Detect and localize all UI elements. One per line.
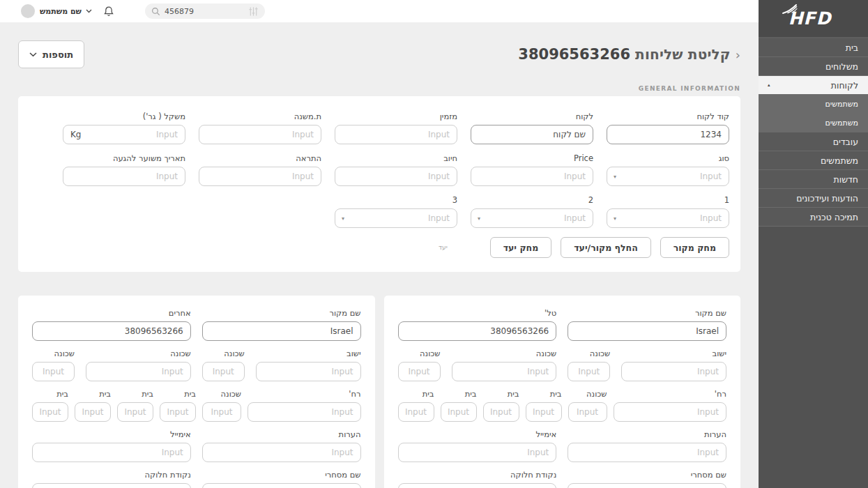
shipment-number: 38096563266 bbox=[518, 46, 630, 63]
sub-file-input[interactable] bbox=[199, 125, 321, 144]
field-label: הערות bbox=[202, 429, 361, 439]
field-label: שם מקור bbox=[202, 308, 361, 318]
phone-input[interactable] bbox=[398, 321, 557, 341]
search-input[interactable] bbox=[165, 7, 244, 16]
notes-input[interactable] bbox=[202, 443, 361, 462]
commercial-name-input[interactable] bbox=[568, 483, 726, 488]
alert-field: התראה bbox=[199, 153, 321, 186]
field-label: נקודת חלוקה bbox=[398, 470, 557, 480]
others-input[interactable] bbox=[32, 321, 191, 341]
swap-source-dest-button[interactable]: החלף מקור/יעד bbox=[561, 237, 651, 258]
price-input[interactable] bbox=[471, 167, 593, 186]
distribution-point-field: נקודת חלוקה bbox=[398, 470, 557, 488]
customer-input[interactable] bbox=[471, 125, 593, 144]
neighborhood-input[interactable] bbox=[202, 402, 241, 422]
type-select[interactable] bbox=[607, 167, 729, 186]
page-title: › קליטת שליחות 38096563266 bbox=[518, 46, 740, 63]
field-label: רח' bbox=[248, 389, 361, 399]
breadcrumb-chevron-icon[interactable]: › bbox=[736, 47, 740, 62]
estimated-arrival-field: תאריך משוער להגעה bbox=[63, 153, 185, 186]
search-icon bbox=[151, 7, 160, 16]
field-label: שם מסחרי bbox=[568, 470, 726, 480]
weight-input[interactable] bbox=[63, 125, 185, 144]
source-name-input[interactable] bbox=[568, 321, 726, 341]
field-label: שם מסחרי bbox=[202, 470, 361, 480]
hfd-logo[interactable]: HFD bbox=[759, 0, 868, 38]
neighborhood-input[interactable] bbox=[568, 362, 610, 381]
house-input[interactable] bbox=[117, 402, 153, 422]
additions-button[interactable]: תוספות bbox=[18, 40, 84, 68]
phone-field: טל' bbox=[398, 308, 557, 341]
sidebar-item-news[interactable]: חדשות bbox=[759, 170, 868, 189]
distribution-point-input[interactable] bbox=[398, 483, 557, 488]
field-label: סוג bbox=[607, 153, 729, 163]
sidebar-item-home[interactable]: בית bbox=[759, 38, 868, 57]
delete-dest-button[interactable]: מחק יעד bbox=[490, 237, 552, 258]
option-3-select[interactable] bbox=[335, 208, 457, 228]
filter-sliders-icon[interactable] bbox=[248, 6, 259, 17]
email-field: אימייל bbox=[32, 429, 191, 462]
commercial-name-input[interactable] bbox=[202, 483, 361, 488]
neighborhood-input[interactable] bbox=[452, 362, 557, 381]
house-input[interactable] bbox=[32, 402, 68, 422]
field-label: משקל ( גר') bbox=[63, 112, 185, 121]
option-1-select[interactable] bbox=[607, 208, 729, 228]
charge-input[interactable] bbox=[335, 167, 457, 186]
email-input[interactable] bbox=[32, 443, 191, 462]
weight-field: משקל ( גר') Kg bbox=[63, 112, 185, 144]
field-label: שכונה bbox=[568, 389, 607, 399]
delete-source-button[interactable]: מחק מקור bbox=[660, 237, 729, 258]
customer-code-input[interactable] bbox=[607, 125, 729, 144]
option-2-select[interactable] bbox=[471, 208, 593, 228]
option-1-field: 1 ▾ bbox=[607, 195, 729, 228]
neighborhood-input[interactable] bbox=[568, 402, 607, 422]
neighborhood-field: שכונה bbox=[452, 349, 557, 381]
street-input[interactable] bbox=[614, 402, 727, 422]
house-input[interactable] bbox=[441, 402, 477, 422]
sidebar-item-tech-support[interactable]: תמיכה טכנית bbox=[759, 208, 868, 227]
avatar[interactable] bbox=[21, 4, 35, 18]
email-input[interactable] bbox=[398, 443, 557, 462]
sidebar-item-employees[interactable]: עובדים bbox=[759, 132, 868, 151]
field-label: טל' bbox=[398, 308, 557, 318]
source-name-input[interactable] bbox=[202, 321, 361, 341]
neighborhood-input[interactable] bbox=[32, 362, 75, 381]
city-field: ישוב bbox=[621, 349, 726, 381]
house-field: בית bbox=[32, 389, 68, 422]
city-input[interactable] bbox=[256, 362, 361, 381]
user-menu[interactable]: שם משתמש bbox=[40, 7, 92, 16]
house-field: בית bbox=[483, 389, 519, 422]
house-input[interactable] bbox=[160, 402, 196, 422]
neighborhood-input[interactable] bbox=[86, 362, 191, 381]
house-input[interactable] bbox=[526, 402, 562, 422]
orderer-field: מזמין bbox=[335, 112, 457, 144]
house-input[interactable] bbox=[483, 402, 519, 422]
option-3-field: 3 ▾ bbox=[335, 195, 457, 228]
sidebar-subitem-users-1[interactable]: משתמשים bbox=[759, 95, 868, 114]
field-label: התראה bbox=[199, 153, 321, 163]
field-label: נקודת חלוקה bbox=[32, 470, 191, 480]
distribution-point-input[interactable] bbox=[32, 483, 191, 488]
house-input[interactable] bbox=[398, 402, 434, 422]
alert-input[interactable] bbox=[199, 167, 321, 186]
sidebar-item-messages-updates[interactable]: הודעות ועידכונים bbox=[759, 189, 868, 208]
sidebar-item-shipments[interactable]: משלוחים bbox=[759, 57, 868, 76]
neighborhood-field: שכונה bbox=[568, 389, 607, 422]
city-input[interactable] bbox=[621, 362, 726, 381]
type-field: סוג ▾ bbox=[607, 153, 729, 186]
sidebar-item-users[interactable]: משתמשים bbox=[759, 151, 868, 170]
field-label: אחרים bbox=[32, 308, 191, 318]
house-input[interactable] bbox=[75, 402, 111, 422]
street-field: רח' bbox=[248, 389, 361, 422]
sidebar-item-customers[interactable]: לקוחות ▴ bbox=[759, 76, 868, 95]
sidebar-subitem-users-2[interactable]: משתמשים bbox=[759, 114, 868, 132]
field-label: בית bbox=[32, 389, 68, 399]
neighborhood-input[interactable] bbox=[202, 362, 245, 381]
street-input[interactable] bbox=[248, 402, 361, 422]
orderer-input[interactable] bbox=[335, 125, 457, 144]
notifications-bell-icon[interactable] bbox=[103, 6, 114, 17]
neighborhood-input[interactable] bbox=[398, 362, 441, 381]
estimated-arrival-input[interactable] bbox=[63, 167, 185, 186]
wing-icon bbox=[782, 3, 798, 15]
notes-input[interactable] bbox=[568, 443, 726, 462]
